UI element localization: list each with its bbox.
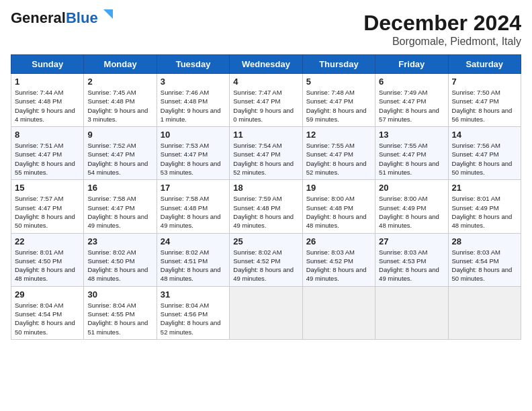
calendar-week-row: 29 Sunrise: 8:04 AM Sunset: 4:54 PM Dayl… xyxy=(11,286,521,339)
calendar-cell xyxy=(230,286,302,339)
day-number: 2 xyxy=(87,77,152,87)
cell-content: Sunrise: 7:52 AM Sunset: 4:47 PM Dayligh… xyxy=(87,141,152,177)
calendar-cell: 17 Sunrise: 7:58 AM Sunset: 4:48 PM Dayl… xyxy=(157,180,229,233)
logo-arrow-icon xyxy=(101,7,116,21)
day-header-monday: Monday xyxy=(84,55,157,74)
day-number: 3 xyxy=(161,77,226,87)
day-number: 15 xyxy=(15,183,80,193)
calendar-cell xyxy=(375,286,448,339)
day-number: 8 xyxy=(15,130,80,140)
cell-content: Sunrise: 7:57 AM Sunset: 4:47 PM Dayligh… xyxy=(15,194,80,230)
cell-content: Sunrise: 7:49 AM Sunset: 4:47 PM Dayligh… xyxy=(379,88,444,124)
cell-content: Sunrise: 8:00 AM Sunset: 4:48 PM Dayligh… xyxy=(306,194,371,230)
calendar-cell: 27 Sunrise: 8:03 AM Sunset: 4:53 PM Dayl… xyxy=(375,233,448,286)
day-number: 29 xyxy=(15,289,80,300)
calendar-cell: 10 Sunrise: 7:53 AM Sunset: 4:47 PM Dayl… xyxy=(157,127,229,180)
calendar-cell: 14 Sunrise: 7:56 AM Sunset: 4:47 PM Dayl… xyxy=(448,127,521,180)
day-number: 23 xyxy=(87,236,152,246)
cell-content: Sunrise: 7:50 AM Sunset: 4:47 PM Dayligh… xyxy=(452,88,517,124)
calendar-header-row: SundayMondayTuesdayWednesdayThursdayFrid… xyxy=(11,55,521,74)
cell-content: Sunrise: 8:03 AM Sunset: 4:52 PM Dayligh… xyxy=(306,248,371,283)
calendar-cell: 31 Sunrise: 8:04 AM Sunset: 4:56 PM Dayl… xyxy=(157,286,229,339)
calendar-cell: 29 Sunrise: 8:04 AM Sunset: 4:54 PM Dayl… xyxy=(11,286,84,339)
calendar-cell: 21 Sunrise: 8:01 AM Sunset: 4:49 PM Dayl… xyxy=(448,180,521,233)
day-number: 12 xyxy=(306,130,371,140)
calendar-subtitle: Borgomale, Piedmont, Italy xyxy=(363,36,521,48)
day-number: 20 xyxy=(379,183,444,193)
day-header-sunday: Sunday xyxy=(11,55,84,74)
cell-content: Sunrise: 8:02 AM Sunset: 4:52 PM Dayligh… xyxy=(233,248,298,283)
calendar-cell: 30 Sunrise: 8:04 AM Sunset: 4:55 PM Dayl… xyxy=(84,286,157,339)
title-block: December 2024 Borgomale, Piedmont, Italy xyxy=(363,11,521,48)
day-number: 13 xyxy=(379,130,444,140)
day-number: 6 xyxy=(379,77,444,87)
day-number: 28 xyxy=(452,236,517,246)
cell-content: Sunrise: 8:03 AM Sunset: 4:54 PM Dayligh… xyxy=(452,248,517,283)
day-number: 10 xyxy=(161,130,226,140)
day-number: 24 xyxy=(161,236,226,246)
calendar-cell: 13 Sunrise: 7:55 AM Sunset: 4:47 PM Dayl… xyxy=(375,127,448,180)
calendar-cell: 16 Sunrise: 7:58 AM Sunset: 4:47 PM Dayl… xyxy=(84,180,157,233)
cell-content: Sunrise: 8:04 AM Sunset: 4:54 PM Dayligh… xyxy=(15,301,80,336)
day-number: 11 xyxy=(233,130,298,140)
day-number: 14 xyxy=(452,130,517,140)
cell-content: Sunrise: 8:01 AM Sunset: 4:49 PM Dayligh… xyxy=(452,194,517,230)
calendar-cell: 15 Sunrise: 7:57 AM Sunset: 4:47 PM Dayl… xyxy=(11,180,84,233)
cell-content: Sunrise: 8:02 AM Sunset: 4:50 PM Dayligh… xyxy=(87,248,152,283)
cell-content: Sunrise: 7:51 AM Sunset: 4:47 PM Dayligh… xyxy=(15,141,80,177)
calendar-cell: 23 Sunrise: 8:02 AM Sunset: 4:50 PM Dayl… xyxy=(84,233,157,286)
calendar-cell: 6 Sunrise: 7:49 AM Sunset: 4:47 PM Dayli… xyxy=(375,74,448,127)
day-number: 17 xyxy=(161,183,226,193)
cell-content: Sunrise: 7:53 AM Sunset: 4:47 PM Dayligh… xyxy=(161,141,226,177)
calendar-cell: 28 Sunrise: 8:03 AM Sunset: 4:54 PM Dayl… xyxy=(448,233,521,286)
calendar-cell: 25 Sunrise: 8:02 AM Sunset: 4:52 PM Dayl… xyxy=(230,233,302,286)
calendar-cell: 24 Sunrise: 8:02 AM Sunset: 4:51 PM Dayl… xyxy=(157,233,229,286)
cell-content: Sunrise: 7:59 AM Sunset: 4:48 PM Dayligh… xyxy=(233,194,298,230)
cell-content: Sunrise: 8:00 AM Sunset: 4:49 PM Dayligh… xyxy=(379,194,444,230)
cell-content: Sunrise: 7:47 AM Sunset: 4:47 PM Dayligh… xyxy=(233,88,298,124)
calendar-cell: 3 Sunrise: 7:46 AM Sunset: 4:48 PM Dayli… xyxy=(157,74,229,127)
svg-marker-0 xyxy=(103,9,113,19)
day-number: 19 xyxy=(306,183,371,193)
day-number: 26 xyxy=(306,236,371,246)
calendar-cell: 7 Sunrise: 7:50 AM Sunset: 4:47 PM Dayli… xyxy=(448,74,521,127)
calendar-cell: 2 Sunrise: 7:45 AM Sunset: 4:48 PM Dayli… xyxy=(84,74,157,127)
cell-content: Sunrise: 8:04 AM Sunset: 4:55 PM Dayligh… xyxy=(87,301,152,336)
day-number: 25 xyxy=(233,236,298,246)
cell-content: Sunrise: 7:58 AM Sunset: 4:48 PM Dayligh… xyxy=(161,194,226,230)
day-number: 16 xyxy=(87,183,152,193)
cell-content: Sunrise: 7:48 AM Sunset: 4:47 PM Dayligh… xyxy=(306,88,371,124)
day-header-saturday: Saturday xyxy=(448,55,521,74)
calendar-week-row: 15 Sunrise: 7:57 AM Sunset: 4:47 PM Dayl… xyxy=(11,180,521,233)
calendar-cell: 19 Sunrise: 8:00 AM Sunset: 4:48 PM Dayl… xyxy=(302,180,375,233)
calendar-cell: 22 Sunrise: 8:01 AM Sunset: 4:50 PM Dayl… xyxy=(11,233,84,286)
day-number: 22 xyxy=(15,236,80,246)
logo: GeneralBlue xyxy=(11,11,116,26)
cell-content: Sunrise: 7:56 AM Sunset: 4:47 PM Dayligh… xyxy=(452,141,517,177)
calendar-cell: 20 Sunrise: 8:00 AM Sunset: 4:49 PM Dayl… xyxy=(375,180,448,233)
cell-content: Sunrise: 8:01 AM Sunset: 4:50 PM Dayligh… xyxy=(15,248,80,283)
day-header-thursday: Thursday xyxy=(302,55,375,74)
day-header-tuesday: Tuesday xyxy=(157,55,229,74)
day-header-friday: Friday xyxy=(375,55,448,74)
day-number: 30 xyxy=(87,289,152,300)
calendar-cell: 4 Sunrise: 7:47 AM Sunset: 4:47 PM Dayli… xyxy=(230,74,302,127)
day-number: 31 xyxy=(161,289,226,300)
calendar-cell: 5 Sunrise: 7:48 AM Sunset: 4:47 PM Dayli… xyxy=(302,74,375,127)
calendar-cell: 8 Sunrise: 7:51 AM Sunset: 4:47 PM Dayli… xyxy=(11,127,84,180)
calendar-cell: 18 Sunrise: 7:59 AM Sunset: 4:48 PM Dayl… xyxy=(230,180,302,233)
logo-text: GeneralBlue xyxy=(11,11,98,26)
day-number: 7 xyxy=(452,77,517,87)
page-header: GeneralBlue December 2024 Borgomale, Pie… xyxy=(11,11,521,48)
calendar-cell: 26 Sunrise: 8:03 AM Sunset: 4:52 PM Dayl… xyxy=(302,233,375,286)
cell-content: Sunrise: 8:02 AM Sunset: 4:51 PM Dayligh… xyxy=(161,248,226,283)
calendar-cell xyxy=(448,286,521,339)
cell-content: Sunrise: 7:58 AM Sunset: 4:47 PM Dayligh… xyxy=(87,194,152,230)
cell-content: Sunrise: 8:04 AM Sunset: 4:56 PM Dayligh… xyxy=(161,301,226,336)
cell-content: Sunrise: 7:46 AM Sunset: 4:48 PM Dayligh… xyxy=(161,88,226,124)
calendar-week-row: 22 Sunrise: 8:01 AM Sunset: 4:50 PM Dayl… xyxy=(11,233,521,286)
calendar-cell: 1 Sunrise: 7:44 AM Sunset: 4:48 PM Dayli… xyxy=(11,74,84,127)
day-number: 4 xyxy=(233,77,298,87)
day-header-wednesday: Wednesday xyxy=(230,55,302,74)
cell-content: Sunrise: 7:55 AM Sunset: 4:47 PM Dayligh… xyxy=(306,141,371,177)
